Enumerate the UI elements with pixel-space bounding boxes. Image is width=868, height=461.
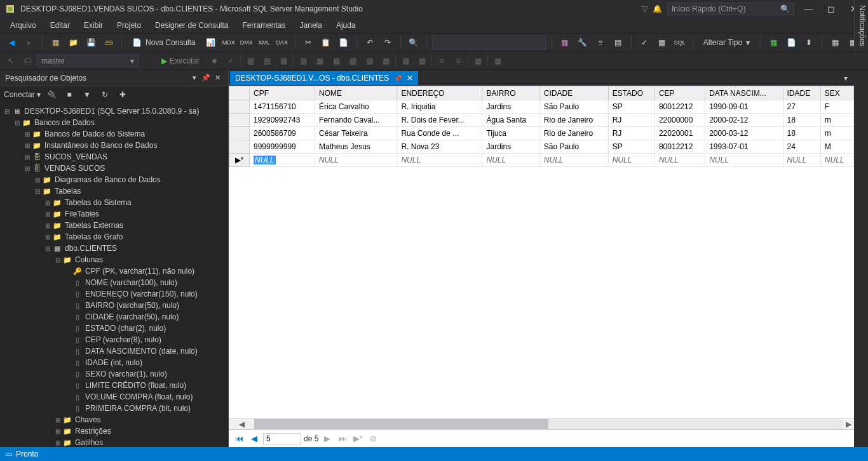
- cut-icon[interactable]: ✂: [301, 35, 316, 50]
- pointer-icon[interactable]: ↖: [4, 54, 18, 68]
- dax-icon[interactable]: DAX: [275, 35, 290, 50]
- expand-toggle[interactable]: ⊟: [43, 245, 52, 252]
- t13-icon[interactable]: ≡: [451, 54, 465, 68]
- tree-item[interactable]: Gatilhos: [75, 438, 103, 447]
- tree-column[interactable]: ESTADO (char(2), nulo): [85, 324, 166, 333]
- cell[interactable]: RJ: [608, 114, 654, 127]
- menu-projeto[interactable]: Projeto: [111, 19, 147, 32]
- tree-item[interactable]: SUCOS_VENDAS: [44, 152, 107, 161]
- expand-toggle[interactable]: ⊞: [33, 177, 42, 184]
- cell[interactable]: 80012212: [654, 100, 705, 114]
- scroll-right-icon[interactable]: ▶: [843, 419, 854, 429]
- expand-toggle[interactable]: ⊞: [23, 154, 32, 161]
- table-row[interactable]: 9999999999 Matheus Jesus R. Nova 23 Jard…: [229, 140, 854, 154]
- col-idade[interactable]: IDADE: [783, 86, 820, 100]
- plus-icon[interactable]: ✚: [116, 88, 130, 102]
- tree-column[interactable]: LIMITE CRÉDITO (float, nulo): [85, 381, 186, 390]
- change-type-button[interactable]: Alterar Tipo ▾: [698, 35, 755, 50]
- nav-last-button[interactable]: ⏭: [336, 432, 349, 445]
- sql-text-icon[interactable]: SQL: [672, 35, 688, 50]
- cell[interactable]: 19290992743: [250, 114, 315, 127]
- panel-close-icon[interactable]: ✕: [212, 72, 223, 84]
- nav-new-button[interactable]: ▶*: [351, 432, 364, 445]
- expand-toggle[interactable]: ⊞: [43, 234, 52, 241]
- table-row[interactable]: 2600586709 César Teixeira Rua Conde de .…: [229, 127, 854, 140]
- cell[interactable]: César Teixeira: [315, 127, 397, 140]
- t8-icon[interactable]: ▦: [362, 54, 376, 68]
- cell[interactable]: R. Dois de Fever...: [397, 114, 482, 127]
- table-row[interactable]: 19290992743 Fernando Caval... R. Dois de…: [229, 114, 854, 127]
- expand-toggle[interactable]: ⊟: [53, 257, 62, 264]
- t5-icon[interactable]: ▦: [313, 54, 327, 68]
- tree-item[interactable]: Tabelas de Grafo: [65, 232, 123, 241]
- dmx-icon[interactable]: DMX: [239, 35, 254, 50]
- stop-conn-icon[interactable]: ■: [62, 88, 76, 102]
- expand-toggle[interactable]: ⊟: [13, 119, 22, 126]
- database-combo[interactable]: master ▾: [37, 55, 139, 67]
- options-icon[interactable]: ▾: [189, 72, 200, 84]
- tree-column[interactable]: NOME (varchar(100), nulo): [85, 278, 177, 287]
- minimize-button[interactable]: —: [799, 3, 817, 15]
- new-project-icon[interactable]: ▦: [48, 35, 63, 50]
- t12-icon[interactable]: ≡: [435, 54, 449, 68]
- row-head-new[interactable]: ▶*: [229, 154, 250, 167]
- cell[interactable]: SP: [608, 140, 654, 154]
- nav-stop-button[interactable]: ⊘: [367, 432, 379, 445]
- tree-item[interactable]: Diagramas de Banco de Dados: [55, 175, 161, 184]
- cell[interactable]: NULL: [783, 154, 820, 167]
- cell[interactable]: Matheus Jesus: [315, 140, 397, 154]
- tree-column[interactable]: DATA NASCIMENTO (date, nulo): [85, 347, 198, 356]
- paste-icon[interactable]: 📄: [336, 35, 351, 50]
- solution-combo[interactable]: [432, 36, 546, 50]
- t6-icon[interactable]: ▦: [329, 54, 343, 68]
- cell[interactable]: m: [820, 114, 853, 127]
- groupby-icon[interactable]: ▦: [654, 35, 670, 50]
- cell[interactable]: São Paulo: [539, 140, 608, 154]
- cell[interactable]: 2000-03-12: [705, 127, 783, 140]
- cell[interactable]: 18: [783, 114, 820, 127]
- row-head[interactable]: [229, 114, 250, 127]
- menu-arquivo[interactable]: Arquivo: [4, 19, 43, 32]
- expand-toggle[interactable]: ⊞: [23, 142, 32, 149]
- parse-icon[interactable]: ✓: [224, 54, 238, 68]
- sql-pane-icon[interactable]: ≡: [593, 35, 608, 50]
- cell[interactable]: 2000-02-12: [705, 114, 783, 127]
- nav-prev-button[interactable]: ◀: [248, 432, 261, 445]
- close-tab-icon[interactable]: ✕: [407, 74, 413, 83]
- cell[interactable]: 22020001: [654, 127, 705, 140]
- execute-button[interactable]: ▶ Executar: [156, 57, 205, 65]
- col-nome[interactable]: NOME: [315, 86, 397, 100]
- nav-back-button[interactable]: ◀: [4, 35, 19, 50]
- refresh-icon[interactable]: ↻: [98, 88, 112, 102]
- filter-icon[interactable]: ▽: [642, 4, 648, 13]
- xmla-icon[interactable]: XML: [257, 35, 272, 50]
- table-row[interactable]: 1471156710 Érica Carvalho R. Iriquitia J…: [229, 100, 854, 114]
- save-all-icon[interactable]: 🗃: [101, 35, 116, 50]
- tree-column[interactable]: CIDADE (varchar(50), nulo): [85, 312, 179, 321]
- redo-icon[interactable]: ↷: [380, 35, 395, 50]
- nav-first-button[interactable]: ⏮: [233, 432, 245, 445]
- notification-icon[interactable]: 🔔: [653, 4, 662, 13]
- cell[interactable]: Rio de Janeiro: [539, 114, 608, 127]
- menu-ajuda[interactable]: Ajuda: [330, 19, 362, 32]
- expand-toggle[interactable]: ⊞: [53, 428, 62, 435]
- scroll-thumb[interactable]: [254, 419, 548, 429]
- disconnect-icon[interactable]: 🔌: [44, 88, 58, 102]
- cell[interactable]: 1471156710: [250, 100, 315, 114]
- horizontal-scrollbar[interactable]: ◀ ▶: [229, 418, 854, 429]
- cell[interactable]: NULL: [608, 154, 654, 167]
- connect-button[interactable]: Conectar ▾: [4, 90, 41, 99]
- row-head[interactable]: [229, 100, 250, 114]
- tree-item[interactable]: VENDAS SUCOS: [44, 164, 105, 173]
- cell[interactable]: Rua Conde de ...: [397, 127, 482, 140]
- stop-icon[interactable]: ■: [207, 54, 221, 68]
- copy-icon[interactable]: 📋: [318, 35, 334, 50]
- cell[interactable]: Tijuca: [482, 127, 539, 140]
- tree-column[interactable]: CEP (varchar(8), nulo): [85, 335, 161, 344]
- results-pane-icon[interactable]: ▤: [611, 35, 626, 50]
- cell[interactable]: R. Iriquitia: [397, 100, 482, 114]
- col-data[interactable]: DATA NASCIM...: [705, 86, 783, 100]
- cell[interactable]: 2600586709: [250, 127, 315, 140]
- tree-item[interactable]: FileTables: [65, 210, 99, 218]
- cell[interactable]: NULL: [482, 154, 539, 167]
